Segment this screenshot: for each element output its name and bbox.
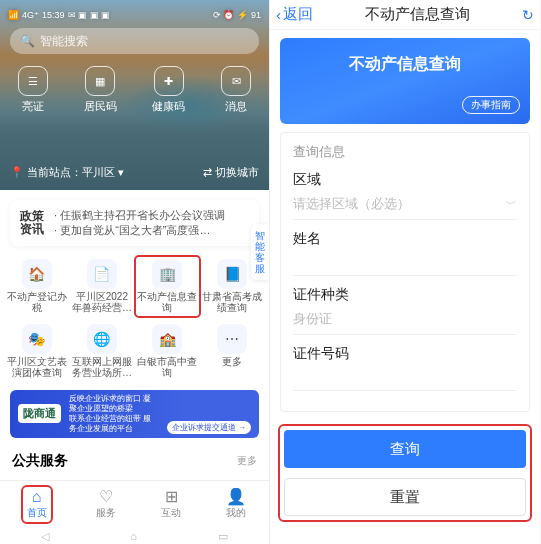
policy-news-bar[interactable]: 政策资讯 · 任振鹤主持召开省长办公会议强调 · 更加自觉从“国之大者”高度强… <box>10 200 259 246</box>
idno-input[interactable] <box>293 369 517 391</box>
query-hero: 不动产信息查询 办事指南 <box>280 38 530 124</box>
pin-icon: 📍 <box>10 166 24 178</box>
name-input[interactable] <box>293 254 517 276</box>
time-label: 15:39 <box>42 10 65 20</box>
system-nav: ◁ ⌂ ▭ <box>0 528 269 544</box>
home-screen: 📶 4G⁺ 15:39 ✉ ▣ ▣ ▣ ⟳ ⏰ ⚡91 🔍 智能搜索 ☰亮证 ▦… <box>0 0 270 544</box>
qr-icon: ▦ <box>85 66 115 96</box>
nav-home-icon[interactable]: ⌂ <box>130 530 137 542</box>
field-idtype: 证件种类 身份证 <box>293 286 517 335</box>
action-buttons: 查询 重置 <box>280 426 530 520</box>
grid-item-more[interactable]: ⋯更多 <box>200 321 265 382</box>
field-name: 姓名 <box>293 230 517 276</box>
section-more-link[interactable]: 更多 <box>237 454 257 468</box>
tab-mine[interactable]: 👤我的 <box>226 489 246 520</box>
search-input[interactable]: 🔍 智能搜索 <box>10 28 259 54</box>
signal-icon: 📶 <box>8 10 19 20</box>
chevron-down-icon: ﹀ <box>505 196 517 213</box>
grid-item-0[interactable]: 🏠不动产登记办税 <box>4 256 69 317</box>
search-icon: 🔍 <box>20 34 35 48</box>
query-form-card: 查询信息 区域 请选择区域（必选） ﹀ 姓名 证件种类 身份证 证件号码 <box>280 132 530 412</box>
banner-pill[interactable]: 企业诉求提交通道 → <box>167 421 251 434</box>
status-left: 📶 4G⁺ 15:39 ✉ ▣ ▣ ▣ <box>8 10 110 20</box>
id-card-icon: ☰ <box>18 66 48 96</box>
query-hero-title: 不动产信息查询 <box>349 54 461 75</box>
tab-service[interactable]: ♡服务 <box>96 489 116 520</box>
more-icon: ⋯ <box>217 324 247 354</box>
net-icon: 🌐 <box>87 324 117 354</box>
news-tag: 政策资讯 <box>20 210 46 236</box>
nav-recent-icon[interactable]: ▭ <box>218 530 228 543</box>
hero-quick-entries: ☰亮证 ▦居民码 ✚健康码 ✉消息 <box>0 66 269 114</box>
refresh-icon[interactable]: ↻ <box>522 7 534 23</box>
guide-link[interactable]: 办事指南 <box>462 96 520 114</box>
card-header: 查询信息 <box>293 143 517 161</box>
doc2-icon: 📘 <box>217 259 247 289</box>
grid-icon: ⊞ <box>165 489 178 505</box>
location-bar: 📍 当前站点：平川区 ▾ ⇄ 切换城市 <box>10 165 259 180</box>
page-title: 不动产信息查询 <box>315 5 520 24</box>
idtype-select[interactable]: 身份证 <box>293 310 517 335</box>
back-link[interactable]: 返回 <box>283 5 313 24</box>
nav-back-icon[interactable]: ◁ <box>41 530 49 543</box>
heart-icon: ♡ <box>99 489 113 505</box>
home-icon: ⌂ <box>32 489 42 505</box>
query-header: ‹ 返回 不动产信息查询 ↻ <box>270 0 540 30</box>
service-grid: 🏠不动产登记办税 📄平川区2022年兽药经营… 🏢不动产信息查询 📘甘肃省高考成… <box>0 252 269 384</box>
reset-button[interactable]: 重置 <box>284 478 526 516</box>
section-title-text: 公共服务 <box>12 452 68 470</box>
art-icon: 🎭 <box>22 324 52 354</box>
hero-banner: 🔍 智能搜索 ☰亮证 ▦居民码 ✚健康码 ✉消息 📍 当前站点：平川区 ▾ ⇄ … <box>0 0 269 190</box>
section-public-services: 公共服务 更多 <box>0 446 269 470</box>
tab-hudong[interactable]: ⊞互动 <box>161 489 181 520</box>
field-idno: 证件号码 <box>293 345 517 391</box>
longshangtong-banner[interactable]: 陇商通 反映企业诉求的窗口 凝聚企业愿望的桥梁联系企业经营的纽带 服务企业发展的… <box>10 390 259 438</box>
entry-jiankangma[interactable]: ✚健康码 <box>152 66 185 114</box>
status-bar: 📶 4G⁺ 15:39 ✉ ▣ ▣ ▣ ⟳ ⏰ ⚡91 <box>0 4 269 26</box>
entry-xiaoxi[interactable]: ✉消息 <box>221 66 251 114</box>
news-lines: · 任振鹤主持召开省长办公会议强调 · 更加自觉从“国之大者”高度强… <box>54 208 249 238</box>
tab-home[interactable]: ⌂首页 <box>23 487 51 522</box>
current-site[interactable]: 📍 当前站点：平川区 ▾ <box>10 165 124 180</box>
doc-icon: 📄 <box>87 259 117 289</box>
field-region: 区域 请选择区域（必选） ﹀ <box>293 171 517 220</box>
search-house-icon: 🏢 <box>152 259 182 289</box>
entry-liangzheng[interactable]: ☰亮证 <box>18 66 48 114</box>
grid-item-5[interactable]: 🌐互联网上网服务营业场所… <box>69 321 134 382</box>
back-chevron-icon[interactable]: ‹ <box>276 6 281 23</box>
grid-item-6[interactable]: 🏫白银市高中查询 <box>135 321 200 382</box>
house-icon: 🏠 <box>22 259 52 289</box>
entry-juminma[interactable]: ▦居民码 <box>84 66 117 114</box>
query-screen: ‹ 返回 不动产信息查询 ↻ 不动产信息查询 办事指南 查询信息 区域 请选择区… <box>270 0 540 544</box>
region-select[interactable]: 请选择区域（必选） ﹀ <box>293 195 517 220</box>
banner-logo: 陇商通 <box>18 404 61 423</box>
status-right: ⟳ ⏰ ⚡91 <box>213 10 261 20</box>
grid-item-1[interactable]: 📄平川区2022年兽药经营… <box>69 256 134 317</box>
chevron-down-icon: ▾ <box>118 166 124 178</box>
4g-label: 4G⁺ <box>22 10 39 20</box>
school-icon: 🏫 <box>152 324 182 354</box>
banner-text: 反映企业诉求的窗口 凝聚企业愿望的桥梁联系企业经营的纽带 服务企业发展的平台 <box>69 394 159 434</box>
bottom-tabbar: ⌂首页 ♡服务 ⊞互动 👤我的 <box>0 480 269 528</box>
user-icon: 👤 <box>226 489 246 505</box>
kefu-side-tab[interactable]: 智能客服 <box>251 224 269 280</box>
health-icon: ✚ <box>154 66 184 96</box>
grid-item-4[interactable]: 🎭平川区文艺表演团体查询 <box>4 321 69 382</box>
bell-icon: ✉ <box>221 66 251 96</box>
switch-city-link[interactable]: ⇄ 切换城市 <box>203 165 259 180</box>
query-button[interactable]: 查询 <box>284 430 526 468</box>
grid-item-2[interactable]: 🏢不动产信息查询 <box>135 256 200 317</box>
